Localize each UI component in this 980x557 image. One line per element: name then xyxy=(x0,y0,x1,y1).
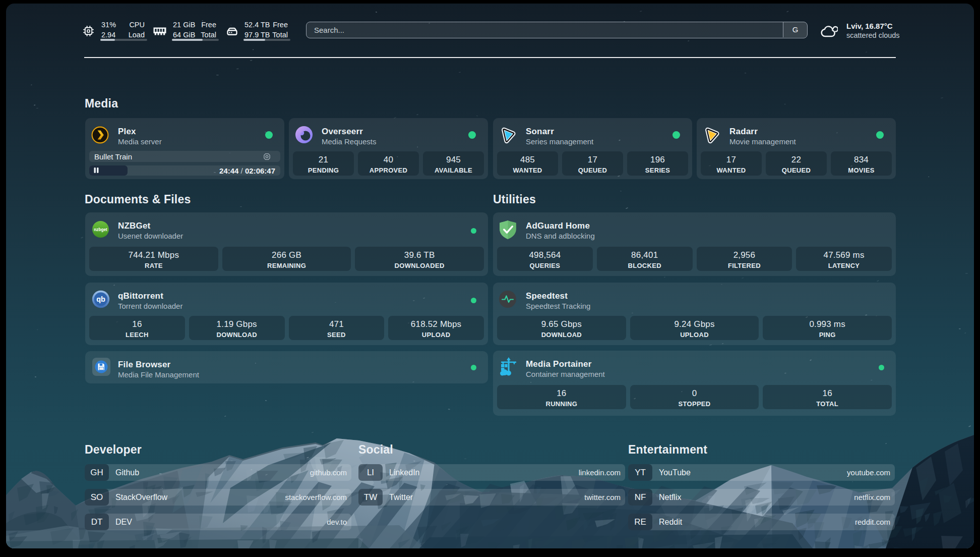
svg-text:nzbget: nzbget xyxy=(94,228,107,232)
svg-text:qb: qb xyxy=(96,295,105,303)
